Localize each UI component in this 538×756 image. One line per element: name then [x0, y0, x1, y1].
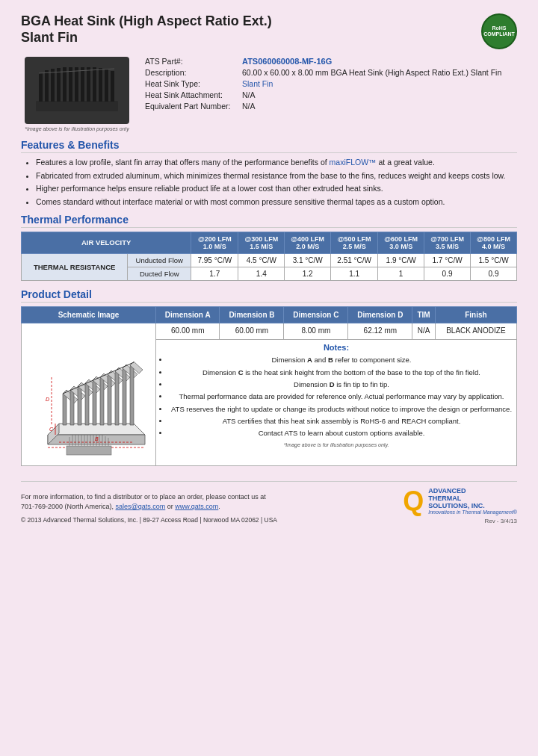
svg-marker-32	[115, 368, 119, 425]
part-label: ATS Part#:	[145, 57, 242, 66]
svg-rect-7	[75, 67, 78, 102]
thermal-resistance-label: THERMAL RESISTANCE	[22, 253, 128, 280]
description-row: Description: 60.00 x 60.00 x 8.00 mm BGA…	[145, 68, 517, 77]
image-caption: *Image above is for illustration purpose…	[25, 126, 129, 131]
type-row: Heat Sink Type: Slant Fin	[145, 79, 517, 88]
svg-rect-3	[51, 69, 55, 102]
svg-marker-34	[123, 365, 126, 425]
ats-q-letter: Q	[403, 488, 424, 515]
type-label: Heat Sink Type:	[145, 79, 242, 88]
svg-marker-36	[130, 362, 134, 425]
dim-d-value: 62.12 mm	[348, 323, 412, 340]
footer-contact-line1: For more information, to find a distribu…	[21, 492, 277, 503]
svg-marker-24	[85, 379, 89, 425]
ats-name-line3: SOLUTIONS, INC.	[428, 503, 517, 510]
attachment-row: Heat Sink Attachment: N/A	[145, 90, 517, 99]
unducted-label: Unducted Flow	[128, 253, 191, 267]
rohs-badge: RoHS COMPLIANT	[481, 13, 517, 49]
lfm-200-header: @200 LFM1.0 M/S	[191, 232, 238, 253]
feature-item-3: Higher performance helps ensure reliable…	[36, 183, 517, 194]
svg-rect-5	[63, 67, 67, 102]
svg-marker-30	[108, 371, 111, 425]
type-value: Slant Fin	[242, 79, 273, 88]
ducted-v1: 1.7	[191, 267, 238, 280]
svg-rect-4	[57, 68, 61, 102]
tim-value: N/A	[412, 323, 436, 340]
note-7: Contact ATS to learn about custom option…	[169, 428, 514, 438]
svg-rect-0	[36, 101, 118, 111]
equiv-row: Equivalent Part Number: N/A	[145, 102, 517, 111]
page-title: BGA Heat Sink (High Aspect Ratio Ext.) S…	[21, 13, 272, 46]
features-list: Features a low profile, slant fin array …	[21, 157, 517, 208]
note-4: Thermal performance data are provided fo…	[169, 391, 514, 401]
note-2: Dimension C is the heat sink height from…	[169, 368, 514, 377]
unducted-v6: 1.7 °C/W	[424, 253, 471, 267]
dim-a-col-header: Dimension A	[156, 306, 220, 323]
ducted-v2: 1.4	[238, 267, 285, 280]
svg-rect-8	[81, 67, 84, 102]
svg-rect-2	[45, 70, 49, 102]
dim-b-col-header: Dimension B	[220, 306, 284, 323]
notes-list: Dimension A and B refer to component siz…	[158, 355, 514, 438]
ducted-v4: 1.1	[331, 267, 378, 280]
note-6: ATS certifies that this heat sink assemb…	[169, 416, 514, 426]
dim-c-value: 8.00 mm	[284, 323, 348, 340]
svg-rect-13	[111, 71, 114, 102]
part-number-row: ATS Part#: ATS060060008-MF-16G	[145, 57, 517, 66]
schematic-caption: *Image above is for illustration purpose…	[158, 442, 514, 447]
attachment-label: Heat Sink Attachment:	[145, 90, 242, 99]
schematic-image-cell: D C B A	[22, 323, 156, 465]
footer-copyright: © 2013 Advanced Thermal Solutions, Inc. …	[21, 515, 277, 525]
footer-contact-line2: 701-769-2000 (North America), sales@qats…	[21, 502, 277, 512]
footer-website[interactable]: www.qats.com	[175, 503, 218, 510]
thermal-performance-table: AIR VELOCITY @200 LFM1.0 M/S @300 LFM1.5…	[21, 232, 517, 281]
svg-text:B: B	[95, 436, 99, 441]
lfm-500-header: @500 LFM2.5 M/S	[331, 232, 378, 253]
finish-value: BLACK ANODIZE	[435, 323, 516, 340]
ducted-label: Ducted Flow	[128, 267, 191, 280]
product-image-box	[25, 57, 129, 124]
features-title: Features & Benefits	[21, 139, 517, 153]
lfm-400-header: @400 LFM2.0 M/S	[285, 232, 331, 253]
desc-label: Description:	[145, 68, 242, 77]
equiv-value: N/A	[242, 102, 256, 111]
feature-item-2: Fabricated from extruded aluminum, which…	[36, 170, 517, 182]
part-info-section: *Image above is for illustration purpose…	[21, 57, 517, 131]
part-number-value: ATS060060008-MF-16G	[242, 57, 332, 66]
product-image-block: *Image above is for illustration purpose…	[21, 57, 133, 131]
ducted-v6: 0.9	[424, 267, 471, 280]
footer-left: For more information, to find a distribu…	[21, 492, 277, 525]
product-detail-title: Product Detail	[21, 288, 517, 303]
part-details: ATS Part#: ATS060060008-MF-16G Descripti…	[145, 57, 517, 131]
footer: For more information, to find a distribu…	[21, 481, 517, 525]
note-1: Dimension A and B refer to component siz…	[169, 355, 514, 365]
feature-item-1: Features a low profile, slant fin array …	[36, 157, 517, 168]
svg-rect-9	[87, 67, 90, 102]
unducted-v7: 1.5 °C/W	[471, 253, 517, 267]
schematic-col-header: Schematic Image	[22, 306, 156, 323]
unducted-v4: 2.51 °C/W	[331, 253, 378, 267]
notes-title: Notes:	[158, 343, 514, 352]
page: BGA Heat Sink (High Aspect Ratio Ext.) S…	[0, 0, 538, 756]
ats-tagline: Innovations in Thermal Management®	[428, 509, 517, 515]
title-block: BGA Heat Sink (High Aspect Ratio Ext.) S…	[21, 13, 272, 46]
dim-b-value: 60.00 mm	[220, 323, 284, 340]
svg-rect-11	[99, 68, 102, 102]
heatsink-svg	[28, 60, 126, 121]
attachment-value: N/A	[242, 90, 256, 99]
ducted-v7: 0.9	[471, 267, 517, 280]
dim-c-col-header: Dimension C	[284, 306, 348, 323]
svg-rect-10	[93, 67, 96, 102]
footer-email[interactable]: sales@qats.com	[116, 503, 166, 510]
tim-col-header: TIM	[412, 306, 436, 323]
ducted-v5: 1	[378, 267, 424, 280]
svg-rect-6	[69, 67, 72, 102]
header: BGA Heat Sink (High Aspect Ratio Ext.) S…	[21, 13, 517, 49]
svg-text:D: D	[46, 397, 49, 402]
unducted-v2: 4.5 °C/W	[238, 253, 285, 267]
ats-text-block: ADVANCED THERMAL SOLUTIONS, INC. Innovat…	[428, 488, 517, 515]
unducted-v3: 3.1 °C/W	[285, 253, 331, 267]
finish-col-header: Finish	[435, 306, 516, 323]
unducted-v5: 1.9 °C/W	[378, 253, 424, 267]
note-5: ATS reserves the right to update or chan…	[169, 404, 514, 414]
